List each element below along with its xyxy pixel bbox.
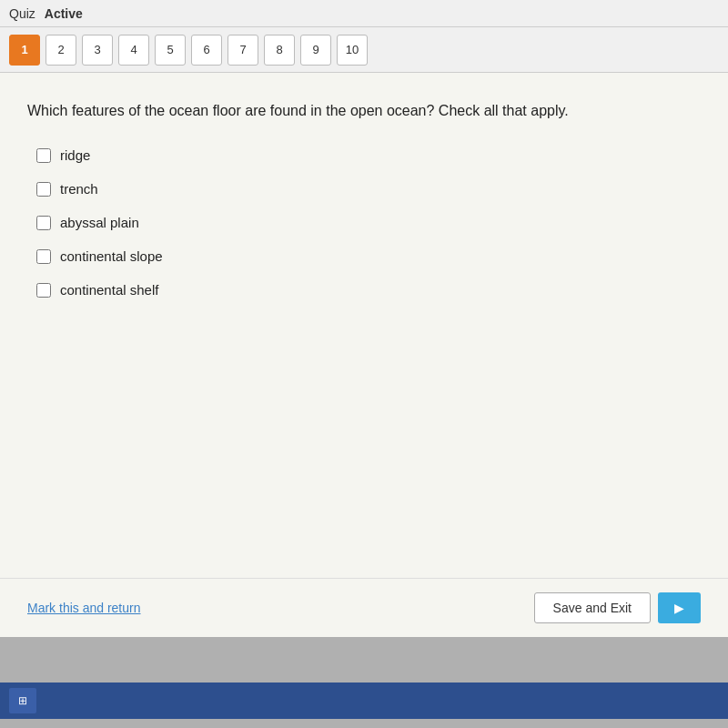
nav-question-1[interactable]: 1 <box>9 35 40 66</box>
nav-question-8[interactable]: 8 <box>264 35 295 66</box>
taskbar-inner: ⊞ <box>0 682 728 719</box>
save-exit-button[interactable]: Save and Exit <box>534 592 651 623</box>
bottom-bar: Mark this and return Save and Exit ▶ <box>0 578 728 637</box>
nav-question-2[interactable]: 2 <box>46 35 76 66</box>
answer-option-continental-shelf[interactable]: continental shelf <box>36 282 701 298</box>
taskbar-icon[interactable]: ⊞ <box>9 688 36 713</box>
nav-question-9[interactable]: 9 <box>300 35 331 66</box>
checkbox-trench[interactable] <box>36 182 51 197</box>
question-text: Which features of the ocean floor are fo… <box>27 100 701 122</box>
nav-question-5[interactable]: 5 <box>155 35 186 66</box>
answer-options: ridge trench abyssal plain continental s… <box>36 147 701 298</box>
nav-question-10[interactable]: 10 <box>337 35 368 66</box>
checkbox-ridge[interactable] <box>36 148 51 163</box>
main-content: Which features of the ocean floor are fo… <box>0 73 728 601</box>
quiz-status: Active <box>45 6 83 21</box>
answer-label-trench: trench <box>60 181 98 197</box>
answer-option-abyssal-plain[interactable]: abyssal plain <box>36 215 701 230</box>
checkbox-continental-shelf[interactable] <box>36 283 51 298</box>
next-button[interactable]: ▶ <box>658 592 701 623</box>
mark-return-link[interactable]: Mark this and return <box>27 601 141 615</box>
answer-label-continental-shelf: continental shelf <box>60 282 158 298</box>
answer-option-continental-slope[interactable]: continental slope <box>36 248 701 264</box>
answer-label-continental-slope: continental slope <box>60 248 163 264</box>
answer-option-ridge[interactable]: ridge <box>36 147 701 163</box>
taskbar: ⊞ <box>0 637 728 728</box>
checkbox-abyssal-plain[interactable] <box>36 216 51 230</box>
nav-question-6[interactable]: 6 <box>191 35 222 66</box>
answer-option-trench[interactable]: trench <box>36 181 701 197</box>
top-bar: Quiz Active <box>0 0 728 27</box>
quiz-title: Quiz <box>9 6 35 21</box>
checkbox-continental-slope[interactable] <box>36 249 51 264</box>
answer-label-abyssal-plain: abyssal plain <box>60 215 139 230</box>
question-nav-bar: 1 2 3 4 5 6 7 8 9 10 <box>0 27 728 73</box>
bottom-right-buttons: Save and Exit ▶ <box>534 592 701 623</box>
taskbar-icon-label: ⊞ <box>18 694 27 707</box>
nav-question-7[interactable]: 7 <box>228 35 258 66</box>
nav-question-4[interactable]: 4 <box>118 35 149 66</box>
nav-question-3[interactable]: 3 <box>82 35 113 66</box>
answer-label-ridge: ridge <box>60 147 90 163</box>
